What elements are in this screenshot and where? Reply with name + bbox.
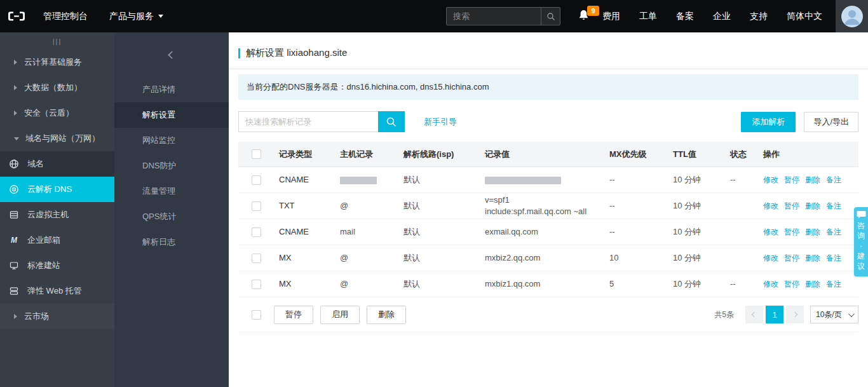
sidebar-item-big-data[interactable]: 大数据（数加） bbox=[0, 75, 114, 100]
cell-ttl: 10 分钟 bbox=[668, 278, 725, 290]
nav-language[interactable]: 简体中文 bbox=[777, 0, 832, 32]
action-pause[interactable]: 暂停 bbox=[784, 254, 799, 262]
back-button[interactable] bbox=[114, 32, 229, 77]
toolbar: 新手引导 添加解析 导入/导出 bbox=[238, 111, 858, 132]
prev-page-button[interactable] bbox=[745, 306, 763, 323]
submenu-item-dns-settings[interactable]: 解析设置 bbox=[114, 102, 229, 128]
submenu-item-product-details[interactable]: 产品详情 bbox=[114, 77, 229, 102]
sidebar-item-elastic-web-hosting[interactable]: 弹性 Web 托管 bbox=[0, 278, 114, 304]
action-delete[interactable]: 删除 bbox=[805, 280, 820, 289]
nav-billing[interactable]: 费用 bbox=[593, 0, 630, 32]
batch-enable-button[interactable]: 启用 bbox=[320, 306, 360, 324]
page-title: 解析设置 lixiaohang.site bbox=[246, 47, 347, 59]
sidebar-item-label: 标准建站 bbox=[27, 260, 60, 271]
submenu-item-dns-protection[interactable]: DNS防护 bbox=[114, 153, 229, 179]
action-delete[interactable]: 删除 bbox=[805, 175, 820, 184]
redacted-host-value bbox=[340, 177, 377, 184]
action-delete[interactable]: 删除 bbox=[805, 254, 820, 262]
page-number-button[interactable]: 1 bbox=[766, 306, 783, 323]
sidebar-item-label: 大数据（数加） bbox=[24, 82, 82, 93]
cell-line: 默认 bbox=[398, 200, 480, 212]
action-modify[interactable]: 修改 bbox=[763, 227, 778, 236]
sidebar-item-cloud-computing[interactable]: 云计算基础服务 bbox=[0, 50, 114, 75]
action-remark[interactable]: 备注 bbox=[826, 254, 841, 262]
notifications-button[interactable]: 9 bbox=[574, 0, 593, 32]
sidebar-item-domains-websites[interactable]: 域名与网站（万网） bbox=[0, 126, 114, 151]
row-checkbox[interactable] bbox=[252, 227, 261, 237]
nav-console[interactable]: 管理控制台 bbox=[32, 0, 98, 32]
beginner-guide-link[interactable]: 新手引导 bbox=[424, 116, 457, 128]
action-pause[interactable]: 暂停 bbox=[784, 280, 799, 289]
page-head: 解析设置 lixiaohang.site bbox=[229, 32, 868, 69]
row-checkbox[interactable] bbox=[252, 175, 261, 185]
sidebar-item-label: 云市场 bbox=[24, 311, 49, 322]
nav-support[interactable]: 支持 bbox=[740, 0, 777, 32]
action-remark[interactable]: 备注 bbox=[826, 280, 841, 289]
action-pause[interactable]: 暂停 bbox=[784, 227, 799, 236]
submenu-item-traffic-management[interactable]: 流量管理 bbox=[114, 179, 229, 204]
batch-pause-button[interactable]: 暂停 bbox=[274, 306, 313, 324]
action-remark[interactable]: 备注 bbox=[826, 227, 841, 236]
row-checkbox[interactable] bbox=[252, 254, 261, 263]
table-row: CNAME mail 默认 exmail.qq.com -- 10 分钟 修改暂… bbox=[238, 219, 858, 245]
search-icon[interactable] bbox=[541, 8, 560, 25]
nav-tickets[interactable]: 工单 bbox=[630, 0, 667, 32]
topbar-search bbox=[446, 7, 560, 25]
cell-record-type: CNAME bbox=[274, 174, 335, 186]
cell-ttl: 10 分钟 bbox=[668, 226, 725, 238]
select-all-checkbox[interactable] bbox=[252, 149, 261, 159]
nav-products[interactable]: 产品与服务 bbox=[98, 0, 174, 32]
table-row: MX @ 默认 mxbiz1.qq.com 5 10 分钟 -- 修改暂停删除备… bbox=[238, 271, 858, 297]
next-page-button[interactable] bbox=[786, 306, 804, 323]
feedback-widget[interactable]: 咨询·建议 bbox=[854, 207, 868, 276]
magnifier-icon bbox=[386, 116, 397, 128]
sidebar-item-cloud-dns[interactable]: 云解析 DNS bbox=[0, 177, 114, 202]
action-remark[interactable]: 备注 bbox=[826, 175, 841, 184]
action-remark[interactable]: 备注 bbox=[826, 201, 841, 210]
sidebar-item-security[interactable]: 安全（云盾） bbox=[0, 100, 114, 126]
action-delete[interactable]: 删除 bbox=[805, 227, 820, 236]
col-status: 状态 bbox=[725, 149, 758, 160]
import-export-button[interactable]: 导入/导出 bbox=[804, 112, 858, 132]
topbar-search-input[interactable] bbox=[447, 8, 541, 25]
action-modify[interactable]: 修改 bbox=[763, 175, 778, 184]
sidebar-collapse-icon[interactable]: ||| bbox=[0, 32, 114, 50]
records-table: 记录类型 主机记录 解析线路(isp) 记录值 MX优先级 TTL值 状态 操作… bbox=[238, 142, 858, 332]
sidebar-item-web-hosting[interactable]: 云虚拟主机 bbox=[0, 202, 114, 227]
chevron-right-icon bbox=[14, 314, 17, 319]
record-search-input[interactable] bbox=[238, 111, 378, 132]
sidebar-item-enterprise-mail[interactable]: M 企业邮箱 bbox=[0, 227, 114, 253]
search-button[interactable] bbox=[378, 111, 405, 132]
footer-select-checkbox[interactable] bbox=[252, 310, 261, 320]
action-pause[interactable]: 暂停 bbox=[784, 201, 799, 210]
cell-actions: 修改暂停删除备注 bbox=[758, 200, 858, 212]
sidebar-item-website-builder[interactable]: 标准建站 bbox=[0, 253, 114, 278]
nav-enterprise[interactable]: 企业 bbox=[703, 0, 740, 32]
action-pause[interactable]: 暂停 bbox=[784, 175, 799, 184]
chevron-right-icon bbox=[14, 111, 17, 116]
notification-badge[interactable]: 9 bbox=[587, 6, 599, 16]
sidebar-item-label: 云虚拟主机 bbox=[27, 209, 69, 221]
add-record-button[interactable]: 添加解析 bbox=[741, 112, 796, 132]
submenu-item-dns-logs[interactable]: 解析日志 bbox=[114, 229, 229, 255]
action-modify[interactable]: 修改 bbox=[763, 254, 778, 262]
submenu-item-site-monitoring[interactable]: 网站监控 bbox=[114, 128, 229, 153]
aliyun-logo[interactable] bbox=[0, 0, 32, 32]
sidebar-item-domains[interactable]: 域名 bbox=[0, 151, 114, 177]
cell-mx: 5 bbox=[604, 278, 668, 290]
submenu-item-qps-statistics[interactable]: QPS统计 bbox=[114, 204, 229, 229]
row-checkbox[interactable] bbox=[252, 201, 261, 211]
col-line: 解析线路(isp) bbox=[398, 149, 480, 160]
app-root: 管理控制台 产品与服务 9 费用 工单 备案 企业 支持 简体中文 bbox=[0, 0, 868, 387]
row-checkbox[interactable] bbox=[252, 280, 261, 289]
cell-record-type: TXT bbox=[274, 200, 335, 212]
page-size-select[interactable]: 10条/页 bbox=[810, 306, 858, 323]
action-modify[interactable]: 修改 bbox=[763, 201, 778, 210]
nav-icp-filing[interactable]: 备案 bbox=[667, 0, 703, 32]
action-delete[interactable]: 删除 bbox=[805, 201, 820, 210]
avatar[interactable] bbox=[841, 6, 863, 27]
sidebar-item-marketplace[interactable]: 云市场 bbox=[0, 304, 114, 329]
batch-delete-button[interactable]: 删除 bbox=[367, 306, 406, 324]
title-accent-bar bbox=[238, 48, 240, 58]
action-modify[interactable]: 修改 bbox=[763, 280, 778, 289]
